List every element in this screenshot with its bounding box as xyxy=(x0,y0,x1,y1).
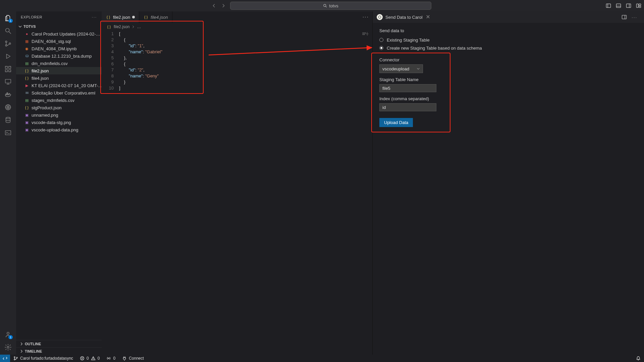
json-file-icon: { } xyxy=(143,14,149,20)
file-item[interactable]: ▦DAEN_4084_stg.sql xyxy=(16,38,102,45)
svg-rect-11 xyxy=(5,66,7,68)
toggle-right-panel-icon[interactable] xyxy=(622,14,627,20)
status-notifications[interactable] xyxy=(633,356,644,361)
explorer-badge: 1 xyxy=(8,19,13,23)
toggle-bottom-panel-icon[interactable] xyxy=(616,3,621,8)
file-name: vscode-upload-data.png xyxy=(32,127,78,132)
file-name: Carol Product Updates (2024-02-… xyxy=(32,32,100,37)
toggle-left-panel-icon[interactable] xyxy=(606,3,611,8)
file-item[interactable]: ✉Solicitação Uber Corporativo.eml xyxy=(16,89,102,97)
file-item[interactable]: { }stgProduct.json xyxy=(16,104,102,111)
timeline-section[interactable]: TIMELINE xyxy=(16,347,102,355)
svg-point-24 xyxy=(7,346,9,348)
status-branch[interactable]: Carol furtado:furtadodatasync xyxy=(10,356,76,361)
index-input[interactable] xyxy=(379,103,436,111)
ipynb-file-icon: ◉ xyxy=(24,46,30,51)
toggle-right-panel-icon[interactable] xyxy=(626,3,631,8)
file-item[interactable]: ▣unnamed.png xyxy=(16,111,102,119)
svg-rect-19 xyxy=(7,93,8,94)
activity-terminal-icon[interactable] xyxy=(4,129,12,137)
radio-create-staging[interactable]: Create new Staging Table based on data s… xyxy=(379,44,637,52)
activity-settings-icon[interactable] xyxy=(4,343,12,351)
outline-label: OUTLINE xyxy=(25,342,41,346)
file-name: unnamed.png xyxy=(32,113,58,118)
connector-select[interactable]: vscodeupload xyxy=(379,64,423,73)
error-icon xyxy=(80,356,85,361)
panel-title: Send Data to Carol xyxy=(385,15,423,20)
staging-table-input[interactable] xyxy=(379,84,436,92)
file-name: DAEN_4084_stg.sql xyxy=(32,39,71,44)
breadcrumb[interactable]: { } file2.json … xyxy=(102,23,372,29)
minimap-toggle-icon[interactable] xyxy=(362,32,369,38)
breadcrumb-more: … xyxy=(137,24,141,29)
file-name: file2.json xyxy=(32,68,49,73)
activity-search-icon[interactable] xyxy=(4,27,12,35)
activity-debug-icon[interactable] xyxy=(4,52,12,60)
nav-forward-icon[interactable] xyxy=(220,2,227,9)
file-name: DAEN_4084_DM.ipynb xyxy=(32,46,76,51)
folder-header[interactable]: TOTVS xyxy=(16,23,102,30)
layout-controls xyxy=(606,3,641,8)
plug-icon xyxy=(122,356,127,361)
radio-existing-staging[interactable]: Existing Staging Table xyxy=(379,36,637,44)
file-item[interactable]: { }file2.json xyxy=(16,67,102,74)
file-item[interactable]: ▶KT ELAI (2024-02-07 14_20 GMT-… xyxy=(16,82,102,89)
panel-body: Send data to Existing Staging Table Crea… xyxy=(373,23,644,132)
file-item[interactable]: ▣vscode-data-stg.png xyxy=(16,119,102,126)
activity-accounts-icon[interactable]: 1 xyxy=(4,330,12,339)
remote-indicator[interactable] xyxy=(0,355,10,362)
activity-database-icon[interactable] xyxy=(4,116,12,124)
svg-rect-15 xyxy=(5,79,11,83)
file-item[interactable]: ◉DAEN_4084_DM.ipynb xyxy=(16,45,102,52)
activity-scm-icon[interactable] xyxy=(4,40,12,48)
activity-explorer-icon[interactable]: 1 xyxy=(4,14,12,22)
status-problems[interactable]: 0 0 xyxy=(76,356,103,361)
editor-tabs: { } file2.json { } file4.json ··· xyxy=(102,11,372,23)
command-center-search[interactable]: totvs xyxy=(230,2,431,10)
radio-label: Existing Staging Table xyxy=(387,38,430,43)
tab-file4-json[interactable]: { } file4.json xyxy=(139,11,172,23)
line-number-gutter: 12345678910 xyxy=(102,29,118,355)
file-item[interactable]: ▤dm_mdmfields.csv xyxy=(16,60,102,67)
explorer-header: EXPLORER ··· xyxy=(16,11,102,23)
outline-section[interactable]: OUTLINE xyxy=(16,340,102,347)
activity-docker-icon[interactable] xyxy=(4,90,12,99)
chevron-down-icon xyxy=(417,67,420,70)
svg-rect-1 xyxy=(606,4,611,8)
status-ports[interactable]: 0 xyxy=(103,356,119,361)
search-icon xyxy=(323,4,327,8)
account-badge: 1 xyxy=(8,335,13,339)
upload-data-button[interactable]: Upload Data xyxy=(379,118,413,127)
editor-group: { } file2.json { } file4.json ··· { } fi… xyxy=(102,11,372,355)
activity-bar: 1 1 xyxy=(0,11,16,355)
activity-extensions-icon[interactable] xyxy=(4,65,12,73)
json-file-icon: { } xyxy=(24,75,30,81)
svg-rect-18 xyxy=(8,94,9,95)
svg-point-34 xyxy=(108,358,109,359)
status-connect[interactable]: Connect xyxy=(119,356,147,361)
file-item[interactable]: ▣vscode-upload-data.png xyxy=(16,126,102,133)
connector-value: vscodeupload xyxy=(382,66,409,71)
code-editor[interactable]: 12345678910 [ { "id": "1", "name": "Gabr… xyxy=(102,29,372,355)
nav-back-icon[interactable] xyxy=(211,2,217,9)
tab-file2-json[interactable]: { } file2.json xyxy=(102,11,139,23)
svg-point-8 xyxy=(5,41,7,43)
file-item[interactable]: ▤stages_mdmfields.csv xyxy=(16,97,102,104)
customize-layout-icon[interactable] xyxy=(636,3,641,8)
editor-tab-actions[interactable]: ··· xyxy=(363,11,372,23)
explorer-more-icon[interactable]: ··· xyxy=(92,15,97,19)
activity-remote-explorer-icon[interactable] xyxy=(4,78,12,86)
send-data-heading: Send data to xyxy=(379,28,637,33)
file-item[interactable]: ⛁Database 12.1.2210_bra.dump xyxy=(16,52,102,60)
file-list: ●Carol Product Updates (2024-02-…▦DAEN_4… xyxy=(16,30,102,340)
branch-icon xyxy=(13,356,18,361)
activity-azure-icon[interactable] xyxy=(4,103,12,111)
close-icon[interactable] xyxy=(426,15,430,20)
file-item[interactable]: ●Carol Product Updates (2024-02-… xyxy=(16,30,102,38)
file-item[interactable]: { }file4.json xyxy=(16,74,102,82)
panel-more-icon[interactable]: ··· xyxy=(632,15,637,20)
explorer-panel: EXPLORER ··· TOTVS ●Carol Product Update… xyxy=(16,11,102,355)
file-name: Solicitação Uber Corporativo.eml xyxy=(32,90,95,96)
radio-icon xyxy=(379,38,383,42)
svg-rect-29 xyxy=(622,15,627,19)
